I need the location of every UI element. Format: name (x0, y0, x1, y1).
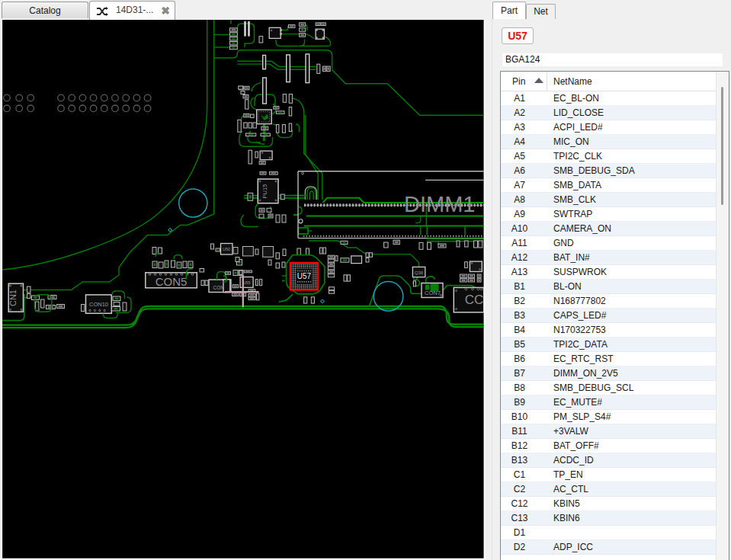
svg-text:CN1: CN1 (8, 290, 18, 306)
svg-text:Q36: Q36 (415, 270, 424, 275)
svg-text:PU15: PU15 (261, 184, 268, 199)
svg-text:CON7: CON7 (425, 290, 441, 296)
svg-text:DIMM1: DIMM1 (404, 192, 475, 216)
svg-text:CON5: CON5 (155, 275, 188, 288)
svg-text:U50: U50 (223, 247, 230, 251)
svg-text:CC: CC (465, 293, 484, 307)
svg-text:CON10: CON10 (89, 301, 108, 308)
svg-text:U55: U55 (242, 280, 250, 285)
svg-text:U57: U57 (297, 272, 312, 280)
